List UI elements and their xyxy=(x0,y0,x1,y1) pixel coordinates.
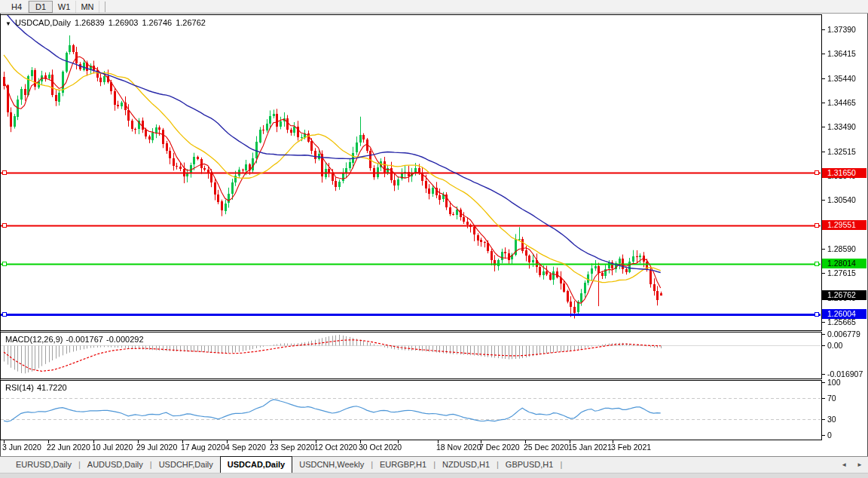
date-tick-label: 23 Sep 2020 xyxy=(270,443,315,452)
price-tick-label: 1.32515 xyxy=(827,147,856,156)
tab-scroll-left-icon[interactable]: ◄ xyxy=(841,461,847,468)
quote-high: 1.26903 xyxy=(108,18,139,27)
rsi-axis-label: 0 xyxy=(827,431,832,440)
date-tick-label: 15 Jan 2021 xyxy=(568,443,612,452)
price-tick-label: 1.30540 xyxy=(827,195,856,204)
macd-axis-label: 0.006779 xyxy=(827,329,860,339)
date-tick-label: 4 Sep 2020 xyxy=(225,443,266,452)
tab-scroll-right-icon[interactable]: ► xyxy=(857,461,863,468)
price-tick-label: 1.34465 xyxy=(827,98,856,107)
chart-tab-usdcnh[interactable]: USDCNH,Weekly xyxy=(292,457,371,473)
chart-tab-gbpusd[interactable]: GBPUSD,H1 xyxy=(499,457,561,473)
hline-price-tag[interactable]: 1.26004 xyxy=(822,309,866,319)
chart-tab-eurusd[interactable]: EURUSD,Daily xyxy=(9,457,78,473)
toolbar-divider xyxy=(105,2,105,12)
timeframe-button-h4[interactable]: H4 xyxy=(5,1,29,13)
chart-tab-usdcad[interactable]: USDCAD,Daily xyxy=(220,456,292,473)
symbol-label: USDCAD,Daily xyxy=(15,18,71,27)
date-tick-label: 22 Jun 2020 xyxy=(47,443,90,452)
macd-axis-label: 0.00 xyxy=(827,341,842,350)
price-tick-label: 1.27615 xyxy=(827,268,856,277)
chevron-down-icon[interactable]: ▼ xyxy=(5,20,11,27)
hline-price-tag[interactable]: 1.28014 xyxy=(822,259,866,268)
mt4-chart-window: H4 D1 W1 MN ▼USDCAD,Daily1.268391.269031… xyxy=(0,0,868,478)
tab-separator: | xyxy=(560,457,562,473)
chart-title: ▼USDCAD,Daily1.268391.269031.267461.2676… xyxy=(5,18,206,27)
price-tick-label: 1.37390 xyxy=(827,25,856,34)
current-price-tag: 1.26762 xyxy=(822,290,866,300)
date-tick-label: 18 Nov 2020 xyxy=(436,443,481,452)
macd-indicator-label: MACD(12,26,9)-0.001767-0.000292 xyxy=(5,335,147,344)
rsi-axis-label: 70 xyxy=(827,394,836,403)
chart-canvas[interactable] xyxy=(0,0,868,478)
price-tick-label: 1.35440 xyxy=(827,74,856,83)
date-tick-label: 3 Jun 2020 xyxy=(2,443,41,452)
price-tick-label: 1.28590 xyxy=(827,244,856,253)
timeframe-button-d1[interactable]: D1 xyxy=(29,1,53,13)
chart-tab-bar: EURUSD,Daily|AUDUSD,Daily|USDCHF,DailyUS… xyxy=(0,456,868,473)
rsi-indicator-label: RSI(14)41.7220 xyxy=(5,383,70,392)
chart-tab-usdchf[interactable]: USDCHF,Daily xyxy=(152,457,220,473)
quote-close: 1.26762 xyxy=(176,18,206,27)
tab-scroll-buttons: ◄► xyxy=(841,461,863,468)
rsi-axis-label: 30 xyxy=(827,415,836,424)
quote-open: 1.26839 xyxy=(75,18,105,27)
date-tick-label: 10 Jul 2020 xyxy=(92,443,133,452)
rsi-axis-label: 100 xyxy=(827,378,841,387)
date-tick-label: 3 Feb 2021 xyxy=(611,443,651,452)
date-tick-label: 12 Oct 2020 xyxy=(314,443,357,452)
chart-tab-audusd[interactable]: AUDUSD,Daily xyxy=(81,457,150,473)
date-tick-label: 7 Dec 2020 xyxy=(479,443,520,452)
timeframe-button-mn[interactable]: MN xyxy=(76,1,99,13)
hline-price-tag[interactable]: 1.29551 xyxy=(822,220,866,230)
price-tick-label: 1.33490 xyxy=(827,122,856,131)
chart-tab-nzdusd[interactable]: NZDUSD,H1 xyxy=(436,457,497,473)
timeframe-toolbar: H4 D1 W1 MN xyxy=(0,0,868,14)
date-tick-label: 25 Dec 2020 xyxy=(524,443,569,452)
chart-tab-eurgbp[interactable]: EURGBP,H1 xyxy=(373,457,433,473)
timeframe-button-w1[interactable]: W1 xyxy=(53,1,76,13)
bottom-strip xyxy=(0,473,868,478)
quote-low: 1.26746 xyxy=(142,18,172,27)
hline-price-tag[interactable]: 1.31650 xyxy=(822,168,866,178)
date-tick-label: 17 Aug 2020 xyxy=(181,443,225,452)
price-tick-label: 1.36415 xyxy=(827,49,856,58)
date-tick-label: 30 Oct 2020 xyxy=(359,443,402,452)
date-tick-label: 29 Jul 2020 xyxy=(136,443,177,452)
